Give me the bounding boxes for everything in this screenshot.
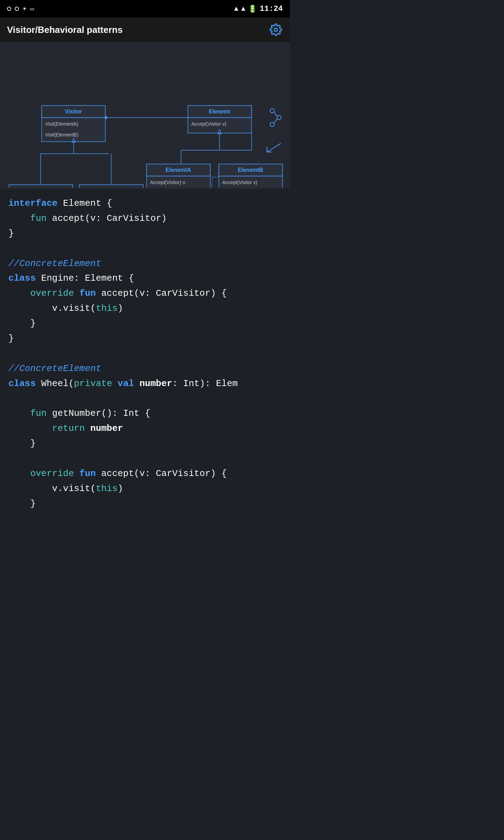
status-left-icons: ☀ ▭ [7,5,34,13]
svg-point-2 [277,115,281,120]
sun-icon: ☀ [22,5,27,13]
status-bar: ☀ ▭ ▲ ▲ 🔋 11:24 [0,0,290,18]
app-title: Visitor/Behavioral patterns [7,24,122,35]
svg-line-4 [274,112,277,116]
svg-rect-47 [79,185,143,188]
svg-text:Visit(ElementA): Visit(ElementA) [45,121,78,127]
svg-point-1 [270,108,274,113]
code-block-1: interface Element { fun accept(v: CarVis… [8,196,281,511]
app-bar: Visitor/Behavioral patterns [0,18,290,42]
svg-text:ElenemtB: ElenemtB [238,167,263,173]
svg-text:Accept(Visitor) o: Accept(Visitor) o [150,180,186,185]
svg-point-0 [274,28,278,31]
resize-icon[interactable] [267,144,281,152]
share-icon[interactable] [270,108,281,126]
signal-icon: ▲ [241,5,245,13]
sdcard-icon: ▭ [30,5,34,13]
status-right-icons: ▲ ▲ 🔋 11:24 [234,5,283,13]
svg-text:ElenemtA: ElenemtA [166,167,191,173]
svg-text:Visitor: Visitor [65,108,82,114]
uml-diagram: Visitor Visit(ElementA) Visit(ElementB) … [0,42,290,189]
settings-button[interactable] [269,23,283,37]
svg-text:Visit(ElementB): Visit(ElementB) [45,132,78,138]
svg-text:Accept(Visitor v): Accept(Visitor v) [191,121,226,127]
uml-svg: Visitor Visit(ElementA) Visit(ElementB) … [6,48,284,188]
code-area: interface Element { fun accept(v: CarVis… [0,189,290,518]
dot-icon-1 [7,7,11,11]
svg-text:Elenemt: Elenemt [209,108,231,114]
dot-icon-2 [15,7,19,11]
wifi-icon: ▲ [234,5,238,13]
svg-line-5 [274,119,277,123]
battery-icon: 🔋 [248,5,257,13]
svg-line-6 [267,144,281,152]
svg-rect-40 [9,185,73,188]
svg-text:Accept(Visitor v): Accept(Visitor v) [222,180,257,185]
svg-point-3 [270,122,274,127]
status-time: 11:24 [260,5,283,13]
